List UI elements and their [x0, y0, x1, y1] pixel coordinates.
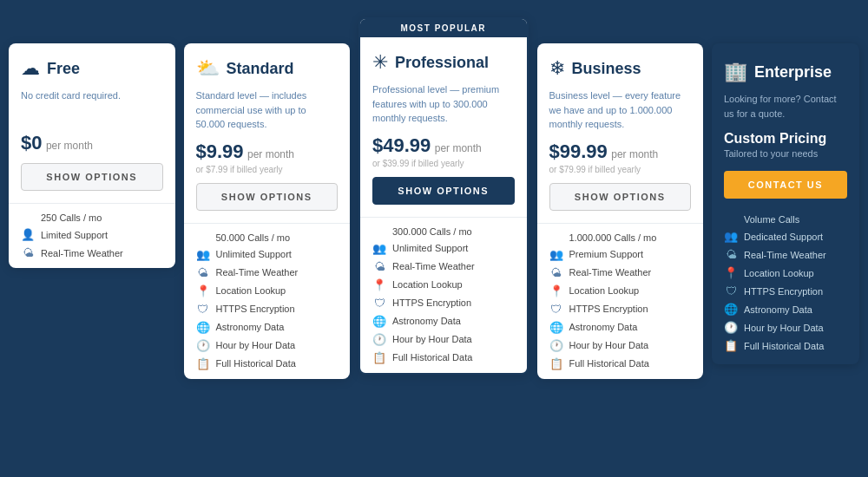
card-features-standard: 50.000 Calls / mo 👥 Unlimited Support 🌤 …	[184, 224, 351, 379]
contact-us-button[interactable]: CONTACT US	[724, 171, 847, 199]
card-top-business: ❄ Business Business level — every featur…	[537, 43, 704, 224]
feature-row: 🌐 Astronomy Data	[549, 321, 692, 334]
plan-header-business: ❄ Business	[549, 57, 692, 80]
feature-row: 🕐 Hour by Hour Data	[196, 339, 339, 352]
feature-icon: 👥	[196, 248, 210, 261]
price-main-standard: $9.99	[196, 140, 244, 162]
ent-feature-row: 👥 Dedicated Support	[724, 230, 847, 243]
ent-feature-row: 🌤 Real-Time Weather	[724, 248, 847, 261]
feature-row: 📍 Location Lookup	[549, 284, 692, 297]
feature-text: Full Historical Data	[392, 352, 472, 363]
plan-icon-business: ❄	[549, 57, 565, 80]
feature-row: 🌤 Real-Time Weather	[372, 260, 515, 273]
feature-icon: 🌐	[372, 315, 386, 328]
feature-row: 📍 Location Lookup	[196, 284, 339, 297]
card-features-business: 1.000.000 Calls / mo 👥 Premium Support 🌤…	[537, 224, 704, 379]
feature-icon: 🌤	[549, 266, 563, 279]
enterprise-icon: 🏢	[724, 61, 747, 83]
plan-card-standard: ⛅ Standard Standard level — includes com…	[184, 43, 351, 379]
popular-badge: MOST POPULAR	[360, 19, 527, 37]
feature-text: Limited Support	[41, 230, 108, 240]
ent-feature-icon: 🌤	[724, 248, 738, 261]
feature-text: Full Historical Data	[569, 358, 649, 369]
feature-text: Real-Time Weather	[569, 267, 652, 278]
custom-pricing-sub: Tailored to your needs	[724, 148, 847, 159]
ent-feature-row: Volume Calls	[724, 214, 847, 225]
card-features-free: 250 Calls / mo 👤 Limited Support 🌤 Real-…	[9, 204, 175, 268]
plan-card-free: ☁ Free No credit card required. $0 per m…	[9, 43, 175, 268]
enterprise-desc: Looking for more? Contact us for a quote…	[724, 92, 847, 121]
plan-price-professional: $49.99 per month or $39.99 if billed yea…	[372, 134, 515, 168]
price-yearly-professional: or $39.99 if billed yearly	[372, 159, 515, 168]
feature-row: 🕐 Hour by Hour Data	[549, 339, 692, 352]
plan-desc-professional: Professional level — premium features wi…	[372, 82, 515, 126]
price-period-free: per month	[46, 140, 93, 152]
show-options-btn-standard[interactable]: SHOW OPTIONS	[196, 183, 339, 211]
ent-feature-text: Real-Time Weather	[744, 250, 826, 260]
feature-icon: 👥	[372, 242, 386, 255]
show-options-btn-free[interactable]: SHOW OPTIONS	[21, 163, 163, 191]
feature-row: 📋 Full Historical Data	[549, 357, 692, 370]
feature-row: 🌤 Real-Time Weather	[21, 246, 163, 259]
feature-text: 250 Calls / mo	[41, 212, 102, 223]
feature-icon: 🕐	[372, 333, 386, 346]
feature-row: 🛡 HTTPS Encryption	[196, 303, 339, 316]
ent-feature-text: Dedicated Support	[744, 232, 823, 242]
feature-text: Hour by Hour Data	[216, 340, 296, 350]
feature-text: Unlimited Support	[392, 243, 468, 253]
feature-row: 🌐 Astronomy Data	[372, 315, 515, 328]
feature-icon: 🌤	[21, 246, 35, 259]
feature-icon: 📋	[372, 351, 386, 364]
price-main-free: $0	[21, 132, 42, 154]
card-top-professional: ✳ Professional Professional level — prem…	[360, 37, 527, 218]
feature-row: 🌤 Real-Time Weather	[549, 266, 692, 279]
plan-price-free: $0 per month	[21, 132, 163, 154]
ent-feature-row: 📋 Full Historical Data	[724, 339, 847, 352]
feature-text: Astronomy Data	[569, 322, 638, 332]
feature-text: 1.000.000 Calls / mo	[569, 232, 657, 243]
feature-text: Full Historical Data	[216, 358, 296, 369]
ent-feature-row: 🕐 Hour by Hour Data	[724, 321, 847, 334]
plan-icon-standard: ⛅	[196, 57, 220, 80]
feature-icon: 🛡	[549, 303, 563, 316]
feature-icon: 📋	[196, 357, 210, 370]
feature-icon: 📍	[372, 278, 386, 291]
feature-icon: 🕐	[196, 339, 210, 352]
feature-row: 🌐 Astronomy Data	[196, 321, 339, 334]
plan-name-business: Business	[572, 60, 641, 78]
feature-text: Location Lookup	[569, 285, 640, 296]
show-options-btn-business[interactable]: SHOW OPTIONS	[549, 183, 692, 211]
feature-row: 🌤 Real-Time Weather	[196, 266, 339, 279]
feature-row: 250 Calls / mo	[21, 212, 163, 223]
feature-icon: 🛡	[372, 297, 386, 310]
price-period-business: per month	[611, 148, 658, 160]
feature-row: 50.000 Calls / mo	[196, 232, 339, 243]
feature-text: Hour by Hour Data	[392, 334, 472, 344]
feature-text: Astronomy Data	[216, 322, 285, 332]
plan-desc-business: Business level — every feature we have a…	[549, 88, 692, 132]
feature-icon: 📍	[196, 284, 210, 297]
plan-header-free: ☁ Free	[21, 57, 163, 80]
price-period-standard: per month	[247, 148, 294, 160]
plan-header-professional: ✳ Professional	[372, 51, 515, 74]
plan-icon-free: ☁	[21, 57, 40, 80]
feature-icon: 📍	[549, 284, 563, 297]
feature-icon: 👥	[549, 248, 563, 261]
feature-row: 300.000 Calls / mo	[372, 226, 515, 237]
feature-icon: 👤	[21, 228, 35, 241]
ent-feature-text: Full Historical Data	[744, 341, 824, 351]
feature-row: 🕐 Hour by Hour Data	[372, 333, 515, 346]
feature-text: 300.000 Calls / mo	[392, 226, 472, 237]
plan-price-business: $99.99 per month or $79.99 if billed yea…	[549, 140, 692, 174]
feature-text: Location Lookup	[392, 279, 463, 290]
feature-row: 📋 Full Historical Data	[196, 357, 339, 370]
feature-text: 50.000 Calls / mo	[216, 232, 291, 243]
enterprise-name: Enterprise	[754, 63, 832, 82]
plan-card-professional: MOST POPULAR ✳ Professional Professional…	[358, 17, 529, 375]
card-top-free: ☁ Free No credit card required. $0 per m…	[9, 43, 175, 204]
ent-feature-icon: 🛡	[724, 284, 738, 297]
show-options-btn-professional[interactable]: SHOW OPTIONS	[372, 177, 515, 205]
feature-row: 1.000.000 Calls / mo	[549, 232, 692, 243]
price-yearly-business: or $79.99 if billed yearly	[549, 165, 692, 174]
card-top-standard: ⛅ Standard Standard level — includes com…	[184, 43, 351, 224]
